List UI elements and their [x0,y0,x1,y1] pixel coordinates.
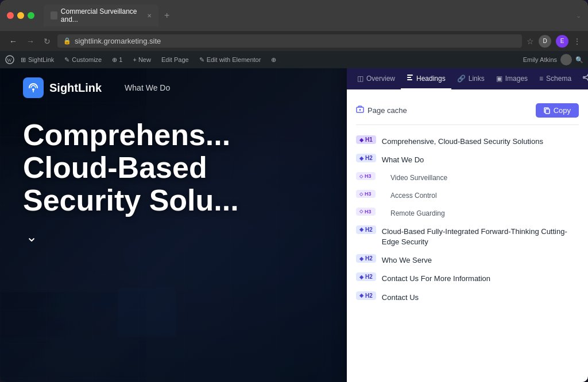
adminbar-plugin-icon[interactable]: ⊕ [266,54,281,66]
heading-badge-h1: ◆ H1 [356,135,376,144]
refresh-button[interactable]: ↻ [41,36,53,47]
heading-item-h3-2: ◇ H3 Remote Guarding [356,204,579,222]
adminbar-customize[interactable]: ✎ Customize [60,54,106,66]
wp-logo[interactable]: W [5,54,15,65]
browser-window: Commercial Surveillance and... ✕ + ⌄ ← →… [0,0,588,382]
page-cache-label: Page cache [356,106,407,115]
tab-schema[interactable]: ≡ Schema [533,69,577,89]
heading-text-h2-3: Contact Us For More Information [382,272,490,284]
site-nav-links: What We Do [125,83,170,92]
svg-line-15 [585,78,588,79]
heading-item-h2-2: ◈ H2 Who We Serve [356,251,579,269]
adminbar-edit-page-label: Edit Page [161,56,189,63]
browser-user-avatar[interactable]: D [539,35,551,48]
heading-badge-h3-1: ◇ H3 [356,190,376,198]
heading-text-h2-0: What We Do [382,154,424,165]
svg-point-6 [32,88,34,91]
adminbar-elementor-label: Edit with Elementor [207,56,261,63]
heading-text-h1: Comprehensive, Cloud-Based Security Solu… [382,135,543,147]
tab-images-label: Images [505,75,528,83]
browser-navbar: ← → ↻ 🔒 sightlink.gromarketing.site ☆ D … [0,31,588,51]
heading-badge-h3-0: ◇ H3 [356,172,376,180]
adminbar-customize-label: Customize [72,56,102,63]
heading-item-h2-3: ◈ H2 Contact Us For More Information [356,269,579,287]
heading-text-h2-2: Who We Serve [382,254,432,266]
address-bar[interactable]: 🔒 sightlink.gromarketing.site [57,34,522,48]
heading-text-h2-1: Cloud-Based Fully-Integrated Forward-Thi… [382,225,579,247]
site-logo: SightLink [23,77,102,98]
schema-icon: ≡ [539,75,543,83]
tab-social[interactable]: Social [577,68,588,89]
svg-rect-8 [407,75,413,76]
tab-images[interactable]: ▣ Images [490,69,533,89]
svg-rect-10 [407,79,412,80]
close-button[interactable] [7,12,14,19]
heading-badge-h2-1: ◈ H2 [356,225,376,234]
heading-badge-h2-3: ◈ H2 [356,272,376,281]
heading-badge-h2-0: ◈ H2 [356,154,376,162]
adminbar-search-icon[interactable]: 🔍 [575,56,583,64]
new-tab-button[interactable]: + [161,10,173,21]
heading-text-h2-4: Contact Us [382,291,419,303]
heading-badge-h3-2: ◇ H3 [356,208,376,216]
adminbar-new[interactable]: + New [128,54,156,65]
social-icon [583,74,588,83]
browser-menu-icon[interactable]: ⋮ [573,37,581,46]
browser-titlebar: Commercial Surveillance and... ✕ + ⌄ [0,0,588,31]
bookmark-icon[interactable]: ☆ [527,37,534,46]
wp-adminbar: W ⊞ SightLink ✎ Customize ⊕ 1 + New Edit… [0,51,588,68]
h2-badge-icon-3: ◈ [359,274,363,280]
nav-link-what-we-do[interactable]: What We Do [125,83,170,92]
back-button[interactable]: ← [7,36,20,47]
overview-icon: ◫ [357,75,363,83]
active-tab[interactable]: Commercial Surveillance and... ✕ [44,5,158,26]
h3-badge-icon-0: ◇ [359,174,363,179]
svg-point-12 [583,77,585,79]
adminbar-elementor[interactable]: ✎ Edit with Elementor [195,54,266,66]
adminbar-sightlink-label: SightLink [28,56,54,63]
profile-initial: E [560,38,564,44]
tab-schema-label: Schema [546,75,571,83]
adminbar-comments[interactable]: ⊕ 1 [107,54,127,66]
headings-icon [407,74,413,83]
avatar-initial: D [543,38,547,44]
minimize-button[interactable] [17,12,24,19]
site-logo-text: SightLink [49,81,102,95]
svg-line-14 [585,76,588,77]
maximize-button[interactable] [28,12,34,19]
main-area: SightLink What We Do Comprehens...Cloud-… [0,68,588,382]
seo-panel: ◫ Overview Headings 🔗 Links ▣ Images [347,68,588,382]
adminbar-sightlink[interactable]: ⊞ SightLink [16,54,59,66]
svg-rect-20 [546,109,550,114]
adminbar-edit-page[interactable]: Edit Page [157,54,194,65]
adminbar-new-label: + New [133,56,151,63]
traffic-lights [7,12,34,19]
adminbar-user[interactable]: Emily Atkins [523,56,557,63]
tab-links-label: Links [469,75,485,83]
copy-button-label: Copy [554,106,571,115]
heading-text-h3-0: Video Surveillance [381,172,447,183]
heading-item-h3-1: ◇ H3 Access Control [356,186,579,204]
tab-overview[interactable]: ◫ Overview [351,69,401,89]
page-cache-icon [356,106,364,115]
heading-text-h3-2: Remote Guarding [381,208,445,219]
nav-actions: ☆ D E ⋮ [527,35,581,48]
svg-rect-9 [407,77,411,78]
h2-badge-icon-0: ◈ [359,155,363,161]
tab-close-icon[interactable]: ✕ [147,13,152,19]
images-icon: ▣ [496,75,502,83]
tab-headings[interactable]: Headings [401,68,451,89]
window-controls: ⌄ [576,12,581,20]
h2-badge-icon-2: ◈ [359,256,363,262]
h3-badge-icon-2: ◇ [359,209,363,214]
h1-badge-icon: ◆ [359,137,363,143]
heading-item-h2-1: ◈ H2 Cloud-Based Fully-Integrated Forwar… [356,222,579,251]
seo-panel-content: Page cache Copy ◆ H1 Comp [347,89,588,382]
adminbar-elementor-icon: ✎ [199,56,204,64]
links-icon: 🔗 [457,75,466,83]
profile-avatar[interactable]: E [556,35,568,48]
tab-links[interactable]: 🔗 Links [451,69,490,89]
forward-button[interactable]: → [24,36,37,47]
heading-item-h1: ◆ H1 Comprehensive, Cloud-Based Security… [356,132,579,150]
copy-button[interactable]: Copy [536,103,579,118]
